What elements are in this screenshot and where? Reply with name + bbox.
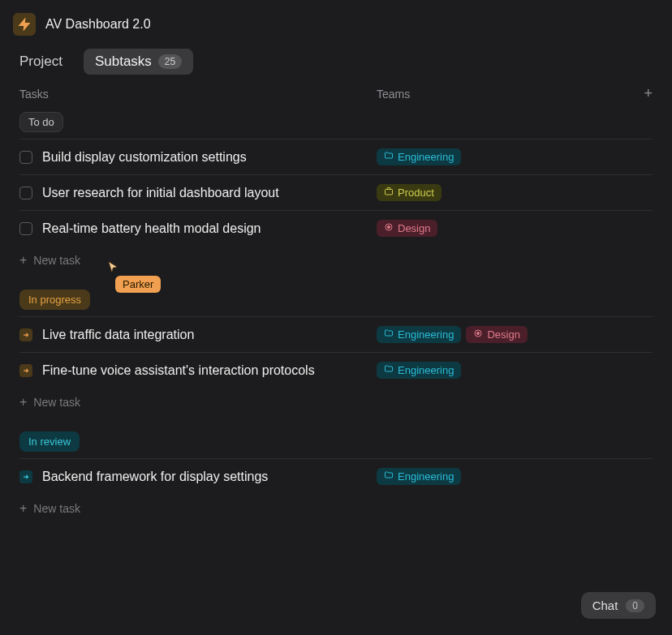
svg-marker-0 [19, 19, 29, 29]
plus-icon: + [19, 255, 27, 266]
section-pill[interactable]: In progress [19, 290, 90, 310]
team-icon [384, 187, 394, 199]
team-tag[interactable]: Engineering [377, 326, 461, 343]
task-teams: Engineering [377, 148, 653, 165]
team-tag[interactable]: Design [466, 326, 527, 343]
task-checkbox[interactable] [19, 187, 32, 200]
team-icon [384, 151, 394, 163]
task-checkbox[interactable] [19, 151, 32, 164]
section-pill[interactable]: To do [19, 112, 63, 132]
task-left: Live traffic data integration [19, 328, 377, 342]
svg-point-3 [388, 226, 390, 229]
tab-subtasks-label: Subtasks [95, 54, 152, 70]
new-task-label: New task [33, 396, 80, 409]
team-label: Engineering [398, 151, 454, 163]
project-icon [13, 13, 36, 36]
tab-subtasks[interactable]: Subtasks 25 [84, 49, 193, 75]
task-row[interactable]: User research for initial dashboard layo… [19, 174, 653, 210]
task-title: Build display customization settings [42, 150, 247, 165]
section: In reviewBackend framework for display s… [0, 420, 672, 526]
new-task-label: New task [33, 254, 80, 267]
task-status-icon[interactable] [19, 328, 32, 341]
header: AV Dashboard 2.0 [0, 0, 672, 42]
plus-icon: + [19, 503, 27, 514]
section-pill[interactable]: In review [19, 431, 80, 452]
team-label: Product [398, 187, 434, 199]
task-title: Backend framework for display settings [42, 470, 268, 484]
team-label: Design [487, 328, 519, 341]
task-checkbox[interactable] [19, 222, 32, 235]
team-label: Engineering [398, 364, 454, 376]
column-teams-header: Teams [377, 88, 633, 101]
task-status-icon[interactable] [19, 364, 32, 377]
task-row[interactable]: Real-time battery health modal designDes… [19, 210, 653, 246]
column-headers: Tasks Teams + [0, 88, 672, 101]
task-row[interactable]: Build display customization settingsEngi… [19, 139, 653, 174]
team-label: Design [398, 222, 430, 234]
team-tag[interactable]: Engineering [377, 148, 461, 165]
svg-rect-1 [386, 190, 393, 195]
team-tag[interactable]: Engineering [377, 362, 461, 379]
column-tasks-header: Tasks [19, 88, 377, 101]
task-teams: Engineering [377, 362, 653, 379]
new-task-button[interactable]: +New task [19, 246, 653, 278]
task-row[interactable]: Fine-tune voice assistant's interaction … [19, 352, 653, 388]
task-title: Live traffic data integration [42, 328, 194, 342]
plus-icon: + [19, 397, 27, 408]
team-tag[interactable]: Design [377, 220, 437, 237]
lightning-icon [18, 18, 31, 31]
tab-subtasks-count: 25 [158, 54, 182, 69]
chat-label: Chat [592, 599, 618, 612]
team-icon [473, 328, 483, 341]
add-column-button[interactable]: + [633, 88, 653, 101]
task-left: Fine-tune voice assistant's interaction … [19, 363, 377, 378]
team-icon [384, 328, 394, 341]
chat-button[interactable]: Chat 0 [581, 592, 656, 619]
svg-point-5 [477, 333, 480, 335]
task-teams: Product [377, 184, 653, 201]
team-icon [384, 470, 394, 483]
team-icon [384, 222, 394, 234]
task-row[interactable]: Live traffic data integrationEngineering… [19, 316, 653, 352]
project-title: AV Dashboard 2.0 [45, 17, 151, 32]
task-left: User research for initial dashboard layo… [19, 186, 377, 200]
task-left: Build display customization settings [19, 150, 377, 165]
task-title: Real-time battery health modal design [42, 221, 261, 236]
new-task-label: New task [33, 502, 80, 515]
task-teams: Design [377, 220, 653, 237]
task-status-icon[interactable] [19, 470, 32, 483]
section: In progressLive traffic data integration… [0, 278, 672, 420]
tab-project[interactable]: Project [19, 49, 74, 75]
team-label: Engineering [398, 328, 454, 341]
tabs: Project Subtasks 25 [0, 42, 672, 88]
task-left: Real-time battery health modal design [19, 221, 377, 236]
task-teams: EngineeringDesign [377, 326, 653, 343]
task-title: User research for initial dashboard layo… [42, 186, 279, 200]
chat-count: 0 [626, 599, 644, 612]
team-icon [384, 364, 394, 376]
task-left: Backend framework for display settings [19, 470, 377, 484]
team-tag[interactable]: Product [377, 184, 442, 201]
task-row[interactable]: Backend framework for display settingsEn… [19, 458, 653, 494]
new-task-button[interactable]: +New task [19, 494, 653, 526]
task-title: Fine-tune voice assistant's interaction … [42, 363, 315, 378]
section: To doBuild display customization setting… [0, 101, 672, 278]
team-label: Engineering [398, 470, 454, 483]
task-teams: Engineering [377, 468, 653, 485]
new-task-button[interactable]: +New task [19, 388, 653, 420]
team-tag[interactable]: Engineering [377, 468, 461, 485]
